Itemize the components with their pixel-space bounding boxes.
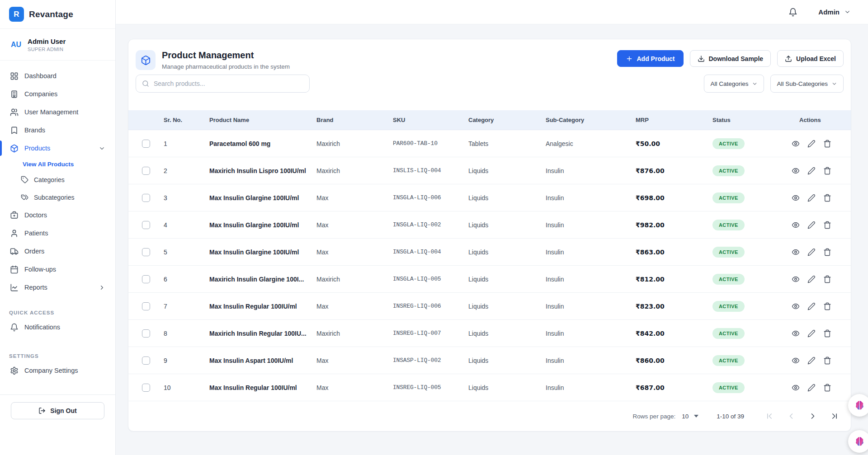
- sidebar-item-reports[interactable]: Reports: [5, 278, 110, 296]
- sidebar-item-label: Companies: [24, 90, 57, 98]
- edit-product-button[interactable]: [807, 275, 816, 283]
- view-product-button[interactable]: [792, 194, 800, 202]
- delete-product-button[interactable]: [823, 384, 831, 392]
- ai-assistant-floating-button[interactable]: [848, 394, 868, 417]
- cell-mrp: ₹842.00: [636, 330, 712, 337]
- delete-product-button[interactable]: [823, 194, 831, 202]
- table-row: 8 Maxirich Insulin Regular 100IU... Maxi…: [128, 320, 851, 347]
- chevron-down-icon: [831, 81, 837, 87]
- sidebar-item-dashboard[interactable]: Dashboard: [5, 67, 110, 85]
- edit-product-button[interactable]: [807, 302, 816, 310]
- cell-category: Liquids: [468, 384, 546, 391]
- delete-product-button[interactable]: [823, 167, 831, 175]
- row-checkbox[interactable]: [142, 356, 150, 365]
- row-checkbox[interactable]: [142, 167, 150, 175]
- chart-line-icon: [10, 283, 19, 292]
- sidebar-item-companies[interactable]: Companies: [5, 85, 110, 103]
- sidebar-nav: Dashboard Companies User Management Bran…: [0, 61, 115, 296]
- first-page-button[interactable]: [765, 412, 774, 421]
- edit-product-button[interactable]: [807, 329, 816, 338]
- row-checkbox[interactable]: [142, 221, 150, 229]
- sidebar-item-label: Reports: [24, 284, 47, 291]
- sidebar-item-label: Notifications: [24, 324, 60, 331]
- row-checkbox[interactable]: [142, 302, 150, 310]
- sidebar-item-orders[interactable]: Orders: [5, 242, 110, 260]
- cell-sr-no: 7: [164, 303, 209, 310]
- delete-product-button[interactable]: [823, 221, 831, 229]
- notifications-bell-button[interactable]: [788, 8, 797, 17]
- user-menu[interactable]: Admin: [818, 8, 851, 16]
- last-page-button[interactable]: [830, 412, 839, 421]
- user-profile[interactable]: AU Admin User SUPER ADMIN: [0, 29, 115, 61]
- view-product-button[interactable]: [792, 384, 800, 392]
- previous-page-button[interactable]: [787, 412, 796, 421]
- sidebar-item-user-management[interactable]: User Management: [5, 103, 110, 121]
- sidebar-item-doctors[interactable]: Doctors: [5, 206, 110, 224]
- download-sample-button[interactable]: Download Sample: [690, 50, 771, 67]
- search-input[interactable]: [154, 80, 303, 87]
- sidebar-item-subcategories[interactable]: Subcategories: [5, 188, 110, 206]
- sidebar-item-label: Orders: [24, 248, 44, 255]
- table-body: 1 Paracetamol 600 mg Maxirich PAR600-TAB…: [128, 130, 851, 401]
- cell-category: Liquids: [468, 276, 546, 283]
- next-page-button[interactable]: [808, 412, 817, 421]
- eye-icon: [792, 275, 800, 283]
- delete-product-button[interactable]: [823, 356, 831, 365]
- row-checkbox[interactable]: [142, 140, 150, 148]
- brand-logo: R: [9, 7, 24, 22]
- sidebar-item-patients[interactable]: Patients: [5, 224, 110, 242]
- trash-icon: [823, 140, 831, 148]
- sidebar-item-view-all-products[interactable]: View All Products: [5, 157, 110, 171]
- upload-excel-button[interactable]: Upload Excel: [777, 50, 844, 67]
- edit-product-button[interactable]: [807, 248, 816, 256]
- sign-out-button[interactable]: Sign Out: [11, 402, 104, 419]
- trash-icon: [823, 302, 831, 310]
- row-checkbox[interactable]: [142, 248, 150, 256]
- cell-sub-category: Analgesic: [546, 140, 636, 147]
- view-product-button[interactable]: [792, 275, 800, 283]
- sidebar-item-categories[interactable]: Categories: [5, 171, 110, 188]
- cell-sr-no: 6: [164, 276, 209, 283]
- row-checkbox[interactable]: [142, 275, 150, 283]
- view-product-button[interactable]: [792, 221, 800, 229]
- briefcase-medical-icon: [10, 211, 19, 220]
- delete-product-button[interactable]: [823, 140, 831, 148]
- delete-product-button[interactable]: [823, 275, 831, 283]
- products-submenu: View All Products Categories Subcategori…: [5, 157, 110, 206]
- rows-per-page-select[interactable]: 10: [682, 413, 698, 420]
- sidebar-item-brands[interactable]: Brands: [5, 121, 110, 139]
- edit-product-button[interactable]: [807, 384, 816, 392]
- sidebar-item-products[interactable]: Products: [5, 139, 110, 157]
- delete-product-button[interactable]: [823, 302, 831, 310]
- view-product-button[interactable]: [792, 167, 800, 175]
- all-categories-filter[interactable]: All Categories: [704, 75, 764, 93]
- view-product-button[interactable]: [792, 248, 800, 256]
- add-product-button[interactable]: Add Product: [617, 50, 684, 67]
- all-sub-categories-filter[interactable]: All Sub-Categories: [770, 75, 844, 93]
- edit-product-button[interactable]: [807, 194, 816, 202]
- cell-product-name: Paracetamol 600 mg: [209, 140, 316, 147]
- row-checkbox[interactable]: [142, 194, 150, 202]
- view-product-button[interactable]: [792, 329, 800, 338]
- card-header: Product Management Manage pharmaceutical…: [128, 39, 851, 110]
- edit-product-button[interactable]: [807, 356, 816, 365]
- tags-icon: [21, 193, 28, 201]
- view-product-button[interactable]: [792, 140, 800, 148]
- row-checkbox[interactable]: [142, 384, 150, 392]
- ai-assistant-floating-button-2[interactable]: [848, 430, 868, 453]
- edit-product-button[interactable]: [807, 167, 816, 175]
- table-row: 6 Maxirich Insulin Glargine 100I... Maxi…: [128, 266, 851, 293]
- edit-product-button[interactable]: [807, 140, 816, 148]
- last-page-icon: [830, 412, 839, 421]
- sidebar-item-notifications[interactable]: Notifications: [5, 318, 110, 336]
- edit-product-button[interactable]: [807, 221, 816, 229]
- app-root: R Revantage AU Admin User SUPER ADMIN Da…: [0, 0, 868, 455]
- sidebar-item-company-settings[interactable]: Company Settings: [5, 361, 110, 380]
- user-icon: [10, 229, 19, 238]
- view-product-button[interactable]: [792, 356, 800, 365]
- delete-product-button[interactable]: [823, 248, 831, 256]
- view-product-button[interactable]: [792, 302, 800, 310]
- delete-product-button[interactable]: [823, 329, 831, 338]
- row-checkbox[interactable]: [142, 329, 150, 338]
- sidebar-item-follow-ups[interactable]: Follow-ups: [5, 260, 110, 278]
